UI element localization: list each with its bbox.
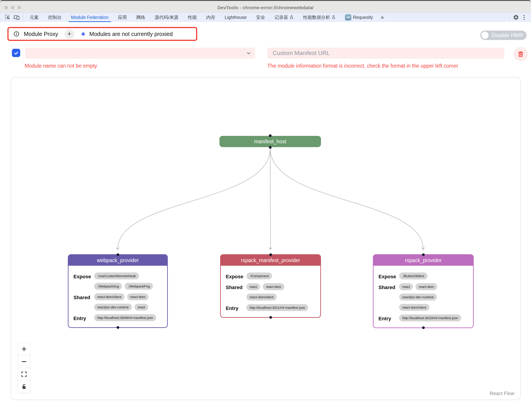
graph-edges xyxy=(11,77,521,400)
node-handle[interactable] xyxy=(269,253,272,256)
node-handle[interactable] xyxy=(269,134,272,137)
tag: react xyxy=(246,283,260,290)
module-proxy-title: Module Proxy xyxy=(24,31,58,37)
row-label-expose: Expose xyxy=(74,272,94,290)
module-graph-canvas[interactable]: manifest_host webpack_provider Expose./u… xyxy=(11,77,521,400)
delete-module-button[interactable] xyxy=(514,47,528,61)
tab-console[interactable]: 控制台 xyxy=(43,13,66,22)
entry-tags: http://localhost:3011/mf-manifest.json xyxy=(246,304,315,311)
node-rspack-manifest-provider[interactable]: rspack_manifest_provider Expose./Compone… xyxy=(220,254,321,318)
node-handle[interactable] xyxy=(117,253,119,256)
row-label-shared: Shared xyxy=(74,293,94,311)
tab-elements[interactable]: 元素 xyxy=(25,13,43,22)
module-enabled-checkbox[interactable] xyxy=(12,49,20,57)
title-bar: DevTools - chrome-error://chromewebdata/ xyxy=(0,0,531,13)
react-flow-attribution: React Flow xyxy=(490,390,514,396)
more-options-kebab-icon[interactable] xyxy=(520,15,528,20)
tab-application[interactable]: 应用 xyxy=(113,13,132,22)
add-proxy-button[interactable]: + xyxy=(64,29,74,39)
tag: ./ButtonOldAnt xyxy=(399,272,427,279)
lock-button[interactable] xyxy=(18,381,30,393)
tab-performance[interactable]: 性能 xyxy=(183,13,201,22)
tag: react xyxy=(135,304,148,311)
expose-tags: ./Component xyxy=(246,272,315,280)
toolbar-divider xyxy=(509,14,510,20)
module-proxy-panel: Module Proxy + Modules are not currently… xyxy=(7,27,197,41)
shared-tags: react-dom/clientreact-domreact/jsx-dev-r… xyxy=(94,293,162,311)
custom-manifest-url-input[interactable] xyxy=(267,48,504,59)
fit-view-button[interactable] xyxy=(18,368,30,380)
window-title: DevTools - chrome-error://chromewebdata/ xyxy=(0,1,531,14)
devtools-window: DevTools - chrome-error://chromewebdata/… xyxy=(0,0,531,420)
expose-tags: ./useCustomRemoteHook./WebpackSvg./Webpa… xyxy=(94,272,162,290)
node-rspack-provider[interactable]: rspack_provider Expose./ButtonOldAnt Sha… xyxy=(373,254,474,328)
node-title: manifest_host xyxy=(254,139,286,144)
row-label-shared: Shared xyxy=(226,283,246,300)
zoom-in-button[interactable] xyxy=(18,343,30,355)
node-webpack-provider[interactable]: webpack_provider Expose./useCustomRemote… xyxy=(68,254,168,328)
manifest-format-error: The module information format is incorre… xyxy=(267,63,458,69)
flow-controls xyxy=(18,343,30,393)
inspect-element-icon[interactable] xyxy=(3,13,12,22)
tab-sources[interactable]: 源代码/来源 xyxy=(150,13,183,22)
tab-performance-insights[interactable]: 性能数据分析 xyxy=(298,13,340,22)
tag: react/jsx-dev-runtime xyxy=(94,304,132,311)
checkmark-icon xyxy=(14,50,19,56)
disable-hmr-toggle[interactable]: Disable HMR xyxy=(480,30,527,40)
tab-recorder[interactable]: 记录器 xyxy=(270,13,298,22)
more-tabs-button[interactable]: » xyxy=(378,14,386,20)
tab-network[interactable]: 网络 xyxy=(132,13,150,22)
trash-icon xyxy=(517,51,524,58)
tag: ./WebpackPng xyxy=(125,283,153,290)
devtools-tab-bar: 元素 控制台 Module Federation 应用 网络 源代码/来源 性能… xyxy=(0,13,531,22)
node-title: rspack_manifest_provider xyxy=(221,255,320,266)
fit-view-icon xyxy=(21,371,27,377)
tag: react-dom xyxy=(263,283,284,290)
tab-security[interactable]: 安全 xyxy=(251,13,270,22)
node-handle[interactable] xyxy=(269,146,272,149)
node-manifest-host[interactable]: manifest_host xyxy=(219,136,321,147)
tab-lighthouse[interactable]: Lighthouse xyxy=(220,13,251,22)
tag: react xyxy=(399,283,413,290)
tag: ./useCustomRemoteHook xyxy=(94,272,139,279)
node-handle[interactable] xyxy=(422,253,425,256)
node-title: rspack_provider xyxy=(374,255,473,266)
toolbar-divider xyxy=(23,14,23,20)
tag: react-dom xyxy=(127,293,149,300)
entry-tags: http://localhost:3009/mf-manifest.json xyxy=(94,314,162,321)
zoom-out-button[interactable] xyxy=(18,356,30,368)
entry-url-tag: http://localhost:3010/mf-manifest.json xyxy=(399,315,461,321)
expose-tags: ./ButtonOldAnt xyxy=(399,272,468,280)
row-label-entry: Entry xyxy=(379,315,399,322)
tab-module-federation[interactable]: Module Federation xyxy=(66,13,113,22)
module-name-select[interactable] xyxy=(25,48,255,59)
row-label-expose: Expose xyxy=(226,272,246,280)
node-handle[interactable] xyxy=(117,326,119,329)
tab-requestly[interactable]: Requestly xyxy=(340,13,378,22)
shared-tags: reactreact-domreact-dom/client xyxy=(246,283,315,300)
node-title: webpack_provider xyxy=(69,255,167,266)
row-label-entry: Entry xyxy=(226,304,246,311)
info-icon xyxy=(14,31,19,37)
shared-tags: reactreact-domreact/jsx-dev-runtimereact… xyxy=(399,283,468,311)
tag: react-dom xyxy=(416,283,437,290)
row-label-shared: Shared xyxy=(379,283,399,311)
proxy-status-dot xyxy=(82,32,85,36)
device-toolbar-icon[interactable] xyxy=(12,13,21,22)
toggle-knob xyxy=(481,32,488,39)
tag: react-dom/client xyxy=(246,294,277,300)
entry-url-tag: http://localhost:3011/mf-manifest.json xyxy=(246,304,308,311)
node-handle[interactable] xyxy=(269,316,272,319)
chevron-down-icon xyxy=(246,51,251,56)
requestly-icon xyxy=(345,14,351,20)
tag: react-dom/client xyxy=(399,304,429,311)
tag: react/jsx-dev-runtime xyxy=(399,294,437,300)
disable-hmr-label: Disable HMR xyxy=(491,30,523,40)
proxy-status-text: Modules are not currently proxied xyxy=(89,31,173,37)
entry-url-tag: http://localhost:3009/mf-manifest.json xyxy=(94,314,156,321)
experiment-flask-icon xyxy=(289,15,294,19)
settings-gear-icon[interactable] xyxy=(512,13,520,22)
tag: react-dom/client xyxy=(94,293,124,300)
node-handle[interactable] xyxy=(422,326,425,329)
tab-memory[interactable]: 内存 xyxy=(201,13,220,22)
